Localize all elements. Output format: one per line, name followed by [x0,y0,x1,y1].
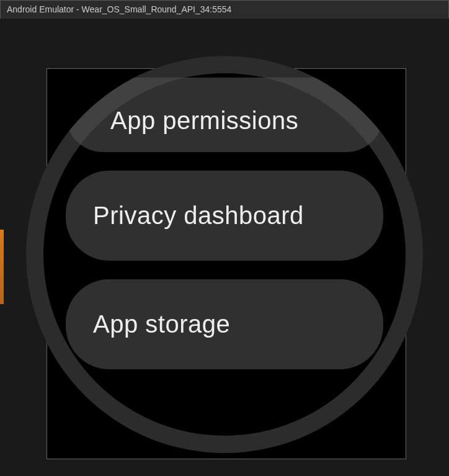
emulator-container: App permissions Privacy dashboard App st… [0,19,449,476]
list-item-privacy-dashboard[interactable]: Privacy dashboard [66,171,383,261]
settings-list[interactable]: App permissions Privacy dashboard App st… [26,56,423,453]
watch-face[interactable]: App permissions Privacy dashboard App st… [26,56,423,453]
list-item-app-storage[interactable]: App storage [66,279,383,369]
list-item-label: App storage [93,310,230,338]
list-item-label: App permissions [110,107,298,135]
background-sliver [0,230,4,304]
window-title: Android Emulator - Wear_OS_Small_Round_A… [7,4,231,14]
list-item-label: Privacy dashboard [93,202,304,230]
window-titlebar: Android Emulator - Wear_OS_Small_Round_A… [0,0,449,19]
